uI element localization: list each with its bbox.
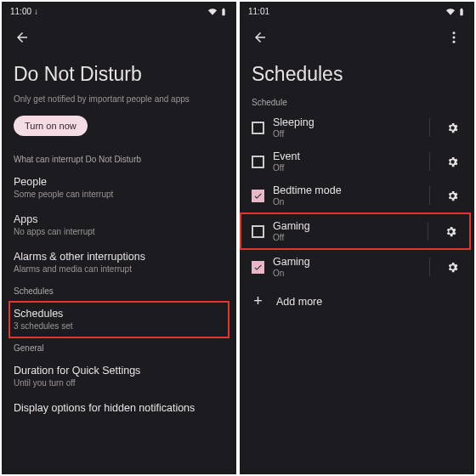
schedule-checkbox[interactable]: [252, 225, 264, 238]
schedule-checkbox[interactable]: [252, 156, 264, 168]
content: Do Not Disturb Only get notified by impo…: [2, 58, 236, 474]
svg-point-0: [453, 31, 456, 34]
section-schedule-label: Schedule: [252, 98, 462, 107]
item-sub: Some people can interrupt: [14, 190, 224, 199]
app-bar: [240, 19, 474, 58]
schedule-state: On: [273, 269, 417, 278]
item-sub: Until you turn off: [14, 378, 224, 388]
row-divider: [429, 118, 430, 137]
item-sub: No apps can interrupt: [14, 227, 224, 236]
schedule-title: Gaming: [273, 220, 416, 232]
schedule-checkbox[interactable]: [252, 190, 264, 202]
schedule-info: EventOff: [273, 150, 417, 173]
page-title: Do Not Disturb: [14, 63, 224, 86]
display-options-item[interactable]: Display options for hidden notifications: [14, 395, 224, 414]
item-title: Display options for hidden notifications: [14, 402, 224, 414]
row-divider: [428, 222, 428, 241]
turn-on-now-button[interactable]: Turn on now: [14, 116, 88, 136]
schedule-settings-button[interactable]: [442, 151, 462, 172]
status-bar: 11:00 ↓: [2, 2, 236, 19]
row-divider: [429, 258, 430, 276]
schedule-row[interactable]: GamingOn: [252, 250, 462, 284]
section-schedules-label: Schedules: [14, 286, 224, 296]
schedule-row[interactable]: EventOff: [252, 144, 462, 178]
item-title: Apps: [14, 213, 224, 225]
schedule-row[interactable]: Bedtime modeOn: [252, 178, 462, 212]
more-vert-icon: [446, 30, 462, 45]
section-interrupt-label: What can interrupt Do Not Disturb: [14, 155, 224, 164]
item-sub: 3 schedules set: [14, 321, 224, 331]
item-title: Alarms & other interruptions: [14, 251, 224, 263]
item-sub: Alarms and media can interrupt: [14, 264, 224, 274]
app-bar: [2, 19, 236, 58]
page-subtitle: Only get notified by important people an…: [14, 94, 224, 104]
schedule-title: Gaming: [273, 256, 417, 268]
schedule-row[interactable]: GamingOff: [240, 212, 471, 250]
item-title: Schedules: [14, 308, 224, 320]
schedule-checkbox[interactable]: [252, 261, 264, 274]
schedule-state: Off: [273, 233, 416, 242]
add-more-button[interactable]: + Add more: [252, 284, 462, 319]
phone-right: 11:01 Schedules Schedule SleepingOffEven…: [240, 2, 474, 474]
plus-icon: +: [252, 292, 264, 310]
schedule-state: Off: [273, 163, 417, 173]
download-icon: ↓: [34, 7, 38, 16]
status-bar: 11:01: [240, 2, 474, 19]
schedule-info: GamingOn: [273, 256, 417, 278]
schedule-checkbox[interactable]: [252, 122, 264, 134]
schedule-title: Event: [273, 150, 417, 162]
wifi-icon: [208, 8, 217, 16]
schedule-title: Bedtime mode: [273, 184, 417, 196]
battery-icon: [219, 8, 228, 16]
schedule-settings-button[interactable]: [442, 117, 462, 138]
duration-item[interactable]: Duration for Quick Settings Until you tu…: [14, 358, 224, 395]
schedule-state: Off: [273, 129, 417, 139]
item-title: Duration for Quick Settings: [14, 365, 224, 377]
back-button[interactable]: [10, 26, 34, 49]
alarms-item[interactable]: Alarms & other interruptions Alarms and …: [14, 244, 224, 281]
schedules-item[interactable]: Schedules 3 schedules set: [8, 301, 230, 338]
status-time: 11:01: [248, 7, 269, 16]
arrow-back-icon: [14, 30, 30, 45]
schedule-row[interactable]: SleepingOff: [252, 110, 462, 144]
schedule-info: GamingOff: [273, 220, 416, 242]
apps-item[interactable]: Apps No apps can interrupt: [14, 207, 224, 244]
people-item[interactable]: People Some people can interrupt: [14, 169, 224, 207]
section-general-label: General: [14, 343, 224, 353]
add-more-label: Add more: [276, 296, 322, 308]
phone-left: 11:00 ↓ Do Not Disturb Only get notified…: [2, 2, 236, 474]
row-divider: [429, 186, 430, 205]
page-title: Schedules: [252, 63, 462, 86]
battery-icon: [457, 8, 466, 16]
schedule-settings-button[interactable]: [440, 221, 461, 241]
svg-point-1: [453, 37, 456, 39]
schedule-state: On: [273, 197, 417, 207]
schedule-info: SleepingOff: [273, 116, 417, 139]
content: Schedules Schedule SleepingOffEventOffBe…: [240, 58, 474, 474]
overflow-menu-button[interactable]: [442, 26, 466, 49]
wifi-icon: [446, 8, 455, 16]
svg-point-2: [453, 41, 456, 43]
item-title: People: [14, 176, 224, 188]
status-time: 11:00: [10, 7, 31, 16]
arrow-back-icon: [252, 30, 268, 45]
schedule-list: SleepingOffEventOffBedtime modeOnGamingO…: [252, 110, 462, 284]
back-button[interactable]: [248, 26, 272, 49]
schedule-settings-button[interactable]: [442, 185, 462, 206]
schedule-title: Sleeping: [273, 116, 417, 128]
row-divider: [429, 152, 430, 171]
schedule-settings-button[interactable]: [442, 257, 462, 277]
schedule-info: Bedtime modeOn: [273, 184, 417, 207]
